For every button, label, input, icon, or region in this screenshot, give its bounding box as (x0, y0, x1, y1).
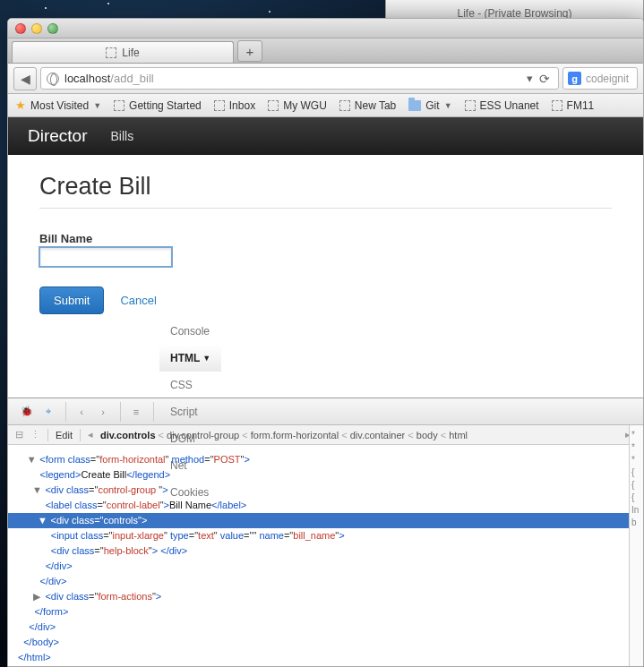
submit-button[interactable]: Submit (39, 286, 104, 314)
contract-icon[interactable]: ⊟ (15, 429, 23, 440)
bookmark-item[interactable]: ★Most Visited▼ (15, 98, 101, 112)
source-line[interactable]: <div class="help-block"> </div> (8, 543, 643, 559)
window-titlebar[interactable] (8, 19, 643, 38)
source-line[interactable]: <legend>Create Bill</legend> (8, 467, 643, 483)
url-dropdown-icon[interactable]: ▾ (527, 72, 533, 85)
bill-name-label: Bill Name (39, 232, 612, 245)
tab-bar: Life + (8, 38, 643, 64)
source-line[interactable]: ▶ <div class="form-actions"> (8, 589, 643, 604)
bookmark-label: Most Visited (30, 99, 89, 112)
bookmarks-bar: ★Most Visited▼Getting StartedInboxMy WGU… (8, 94, 643, 117)
html-source-tree[interactable]: ▼ <form class="form-horizontal" method="… (8, 445, 643, 666)
inspect-icon[interactable]: ⌖ (39, 402, 58, 422)
options-icon[interactable]: ⋮ (30, 429, 40, 440)
source-line[interactable]: ▼ <div class="controls"> (8, 513, 643, 528)
devtools-breadcrumb: ⊟ ⋮ Edit ◂ div.controls < div.control-gr… (8, 425, 643, 445)
app-brand[interactable]: Director (28, 126, 88, 146)
bookmark-item[interactable]: FM11 (552, 99, 595, 112)
url-domain: localhost (64, 72, 110, 85)
bill-name-input[interactable] (39, 247, 172, 267)
expand-toggle-icon[interactable]: ▶ (31, 589, 42, 604)
bookmark-label: Git (425, 99, 439, 112)
page-icon (465, 100, 476, 111)
source-line[interactable]: ▼ <form class="form-horizontal" method="… (8, 452, 643, 467)
url-field[interactable]: localhost/add_bill ▾ ⟳ (40, 67, 559, 90)
devtools-tab-css[interactable]: CSS (159, 372, 221, 398)
devtools-sidebar: ***{ { { Inb (629, 425, 643, 666)
breadcrumb-separator: < (156, 430, 167, 440)
cancel-link[interactable]: Cancel (120, 294, 156, 307)
bookmark-item[interactable]: ESS Unanet (465, 99, 539, 112)
url-path: /add_bill (110, 72, 153, 85)
page-icon (214, 100, 225, 111)
source-line[interactable]: </html> (8, 650, 643, 665)
edit-button[interactable]: Edit (56, 430, 73, 440)
breadcrumb-item[interactable]: html (449, 430, 468, 440)
bookmark-item[interactable]: Getting Started (114, 99, 202, 112)
breadcrumb-item[interactable]: div.control-group (167, 430, 239, 440)
devtools-tab-console[interactable]: Console (159, 318, 221, 345)
devtools-tab-script[interactable]: Script (159, 398, 221, 425)
source-line[interactable]: <input class="input-xlarge" type="text" … (8, 528, 643, 543)
crumb-prev-icon[interactable]: ◂ (88, 429, 93, 440)
source-line[interactable]: </div> (8, 574, 643, 589)
devtools-tab-html[interactable]: HTML▼ (159, 345, 221, 372)
window-close-button[interactable] (15, 23, 26, 34)
breadcrumb-separator: < (339, 430, 350, 440)
bookmark-item[interactable]: My WGU (268, 99, 327, 112)
expand-toggle-icon[interactable]: ▼ (37, 513, 47, 528)
bookmark-label: New Tab (355, 99, 396, 112)
source-line[interactable]: <label class="control-label">Bill Name</… (8, 498, 643, 513)
expand-toggle-icon[interactable]: ▼ (31, 483, 42, 498)
app-navbar: Director Bills (8, 117, 643, 155)
nav-next-icon[interactable]: › (93, 402, 113, 422)
devtools-tabs: 🐞 ⌖ ‹ › ≡ ConsoleHTML▼CSSScriptDOMNetCoo… (8, 398, 643, 425)
expand-toggle-icon[interactable]: ▼ (26, 452, 37, 467)
source-line[interactable]: ▼ <div class="control-group "> (8, 483, 643, 498)
page-icon (339, 100, 350, 111)
bookmark-label: Getting Started (129, 99, 202, 112)
firebug-icon[interactable]: 🐞 (17, 402, 37, 422)
bookmark-label: ESS Unanet (480, 99, 539, 112)
nav-prev-icon[interactable]: ‹ (72, 402, 91, 422)
browser-window: Life + ◀ localhost/add_bill ▾ ⟳ g codeig… (7, 18, 644, 667)
page-content: Create Bill Bill Name Submit Cancel (8, 155, 643, 332)
bookmark-item[interactable]: Git▼ (408, 99, 451, 112)
bookmark-item[interactable]: New Tab (339, 99, 396, 112)
reload-button[interactable]: ⟳ (539, 72, 550, 86)
window-minimize-button[interactable] (31, 23, 42, 34)
lines-icon[interactable]: ≡ (126, 402, 146, 422)
bookmark-item[interactable]: Inbox (214, 99, 255, 112)
google-engine-icon: g (568, 72, 581, 85)
page-icon (552, 100, 562, 111)
plus-icon: + (246, 44, 254, 59)
devtools-panel: 🐞 ⌖ ‹ › ≡ ConsoleHTML▼CSSScriptDOMNetCoo… (8, 398, 643, 666)
breadcrumb-item[interactable]: form.form-horizontal (251, 430, 339, 440)
page-icon (268, 100, 279, 111)
folder-icon (408, 100, 421, 111)
nav-link-bills[interactable]: Bills (111, 129, 134, 143)
breadcrumb-item[interactable]: body (416, 430, 438, 440)
bookmark-label: My WGU (283, 99, 327, 112)
source-line[interactable]: </body> (8, 635, 643, 650)
new-tab-button[interactable]: + (237, 40, 262, 62)
page-icon (114, 100, 125, 111)
source-line[interactable]: </div> (8, 559, 643, 574)
window-zoom-button[interactable] (47, 23, 58, 34)
bill-form: Bill Name Submit Cancel (39, 232, 612, 314)
tab-label: Life (122, 47, 139, 59)
bookmark-label: FM11 (567, 99, 595, 112)
source-line[interactable]: </div> (8, 620, 643, 635)
chevron-down-icon: ▼ (444, 101, 452, 110)
page-title: Create Bill (39, 173, 612, 209)
browser-tab[interactable]: Life (12, 41, 234, 63)
breadcrumb-item[interactable]: div.controls (100, 430, 156, 440)
breadcrumb-separator: < (239, 430, 251, 440)
source-line[interactable]: </form> (8, 604, 643, 620)
breadcrumb-item[interactable]: div.container (350, 430, 406, 440)
back-button[interactable]: ◀ (13, 67, 37, 90)
chevron-down-icon: ▼ (202, 354, 210, 363)
globe-icon (47, 73, 59, 85)
search-placeholder: codeignit (586, 73, 629, 85)
search-field[interactable]: g codeignit (562, 67, 638, 90)
